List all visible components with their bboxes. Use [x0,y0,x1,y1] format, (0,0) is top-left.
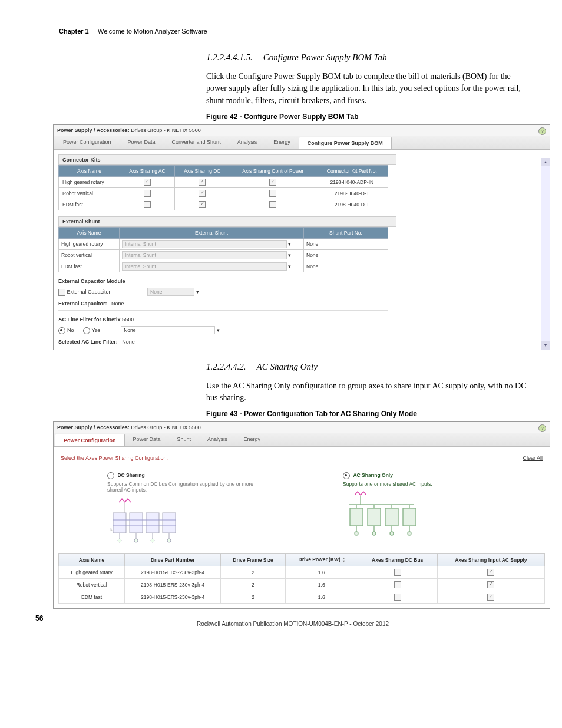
window-breadcrumb: Power Supply / Accessories: Drives Group… [54,125,550,136]
checkbox[interactable] [199,179,206,186]
checkbox[interactable] [199,201,206,208]
publication-footer: Rockwell Automation Publication MOTION-U… [59,621,527,627]
checkbox[interactable] [144,179,151,186]
radio-ac-sharing[interactable] [343,472,350,479]
svg-rect-2 [130,513,143,533]
radio-yes[interactable] [83,327,90,334]
paragraph: Use the AC Sharing Only configuration to… [206,380,527,404]
tabstrip: Power Configuration Power Data Shunt Ana… [54,433,550,447]
svg-point-33 [408,532,411,535]
external-shunt-header: External Shunt [58,216,396,227]
dc-sharing-diagram: K [107,496,260,543]
chapter-label: Chapter 1 [59,28,89,35]
checkbox[interactable] [269,179,276,186]
svg-point-27 [355,532,358,535]
checkbox[interactable] [487,594,494,601]
window-breadcrumb: Power Supply / Accessories: Drives Group… [54,422,550,433]
shunt-select[interactable]: Internal Shunt [122,262,287,271]
tab-energy[interactable]: Energy [236,433,269,446]
checkbox[interactable] [144,201,151,208]
svg-point-10 [134,539,138,542]
checkbox[interactable] [199,190,206,197]
tab-converter-shunt[interactable]: Converter and Shunt [164,136,229,149]
svg-rect-19 [368,508,381,526]
figure-42-screenshot: ? Power Supply / Accessories: Drives Gro… [53,124,550,350]
ac-sharing-option[interactable]: AC Sharing Only Supports one or more sha… [343,472,496,543]
tab-analysis[interactable]: Analysis [199,433,236,446]
checkbox[interactable] [487,581,494,588]
tab-energy[interactable]: Energy [265,136,299,149]
svg-rect-21 [403,508,416,526]
table-row: EDM fast2198-H015-ERS-230v-3ph-421.6 [59,591,545,604]
svg-point-29 [372,532,376,535]
table-row: Robot vertical2198-H015-ERS-230v-3ph-421… [59,579,545,591]
dc-sharing-option[interactable]: DC Sharing Supports Common DC bus Config… [107,472,260,543]
tab-shunt[interactable]: Shunt [169,433,200,446]
svg-point-12 [151,539,154,542]
table-row: Robot vertical2198-H040-D-T [59,187,388,199]
table-row: Robot verticalInternal Shunt ▾None [59,249,388,261]
shunt-select[interactable]: Internal Shunt [122,251,287,259]
svg-rect-1 [113,513,126,533]
scroll-down-icon[interactable]: ▾ [541,341,550,350]
tab-configure-bom[interactable]: Configure Power Supply BOM [299,137,392,149]
table-row: High geared rotaryInternal Shunt ▾None [59,238,388,249]
external-capacitor-checkbox[interactable] [58,289,65,296]
select-config-label: Select the Axes Power Sharing Configurat… [61,455,168,461]
axes-table: Axis Name Drive Part Number Drive Frame … [58,553,545,604]
running-header: Chapter 1 Welcome to Motion Analyzer Sof… [59,28,527,35]
figure-caption: Figure 43 - Power Configuration Tab for … [206,410,527,418]
chapter-title: Welcome to Motion Analyzer Software [98,28,207,35]
svg-point-14 [167,539,171,542]
checkbox[interactable] [487,569,494,576]
svg-text:K: K [110,527,113,531]
checkbox[interactable] [269,201,276,208]
paragraph: Click the Configure Power Supply BOM tab… [206,71,527,107]
table-row: EDM fast2198-H040-D-T [59,199,388,210]
table-row: High geared rotary2198-H015-ERS-230v-3ph… [59,566,545,579]
scroll-up-icon[interactable]: ▴ [541,158,550,166]
line-filter-select[interactable]: None [121,326,215,334]
connector-kits-table: Axis Name Axis Sharing AC Axis Sharing D… [58,165,388,210]
checkbox[interactable] [394,581,401,588]
shunt-select[interactable]: Internal Shunt [122,240,287,248]
external-capacitor-header: External Capacitor Module [58,278,538,284]
radio-no[interactable] [58,327,65,334]
ac-sharing-diagram [343,490,496,538]
figure-caption: Figure 42 - Configure Power Supply BOM T… [206,113,527,121]
external-capacitor-select[interactable]: None [147,288,194,296]
page-number: 56 [35,614,43,622]
svg-point-8 [118,539,121,542]
svg-rect-3 [146,513,159,533]
tab-power-configuration[interactable]: Power Configuration [55,136,120,149]
tab-power-data[interactable]: Power Data [120,136,164,149]
tabstrip: Power Configuration Power Data Converter… [54,136,550,150]
help-icon[interactable]: ? [538,127,546,135]
sort-icon[interactable]: ▴▾ [343,557,345,563]
tab-power-configuration[interactable]: Power Configuration [55,434,125,446]
svg-rect-20 [385,508,398,526]
table-row: High geared rotary2198-H040-ADP-IN [59,176,388,187]
checkbox[interactable] [394,594,401,601]
checkbox[interactable] [269,190,276,197]
clear-all-link[interactable]: Clear All [523,455,543,461]
radio-dc-sharing[interactable] [107,472,114,479]
table-row: EDM fastInternal Shunt ▾None [59,261,388,272]
tab-analysis[interactable]: Analysis [229,136,266,149]
connector-kits-header: Connector Kits [58,154,396,165]
svg-rect-4 [163,513,176,533]
section-heading-1: 1.2.2.4.4.1.5.Configure Power Supply BOM… [206,52,527,62]
vertical-scrollbar[interactable]: ▴ ▾ [541,158,550,350]
svg-point-31 [390,532,394,535]
checkbox[interactable] [144,190,151,197]
checkbox[interactable] [394,569,401,576]
external-shunt-table: Axis Name External Shunt Shunt Part No. … [58,227,388,272]
svg-rect-18 [350,508,363,526]
ac-line-filter-header: AC Line Filter for Kinetix 5500 [58,317,538,322]
section-heading-2: 1.2.2.4.4.2.AC Sharing Only [206,362,527,372]
tab-power-data[interactable]: Power Data [125,433,169,446]
figure-43-screenshot: ? Power Supply / Accessories: Drives Gro… [53,421,550,609]
